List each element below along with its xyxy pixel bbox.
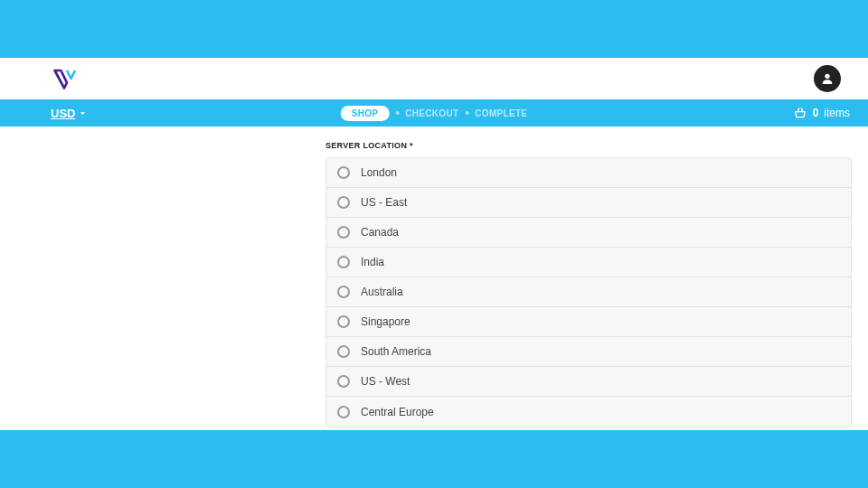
section-title: SERVER LOCATION * xyxy=(326,141,852,150)
step-shop[interactable]: SHOP xyxy=(341,106,390,121)
basket-icon xyxy=(793,106,807,120)
radio-icon xyxy=(337,375,350,388)
location-label: South America xyxy=(361,345,431,358)
chevron-down-icon xyxy=(78,108,88,118)
brand-logo[interactable] xyxy=(51,65,78,92)
radio-icon xyxy=(337,406,350,418)
location-option-us-east[interactable]: US - East xyxy=(326,188,851,218)
location-option-london[interactable]: London xyxy=(326,158,851,188)
location-option-canada[interactable]: Canada xyxy=(326,218,851,248)
location-label: Australia xyxy=(361,286,403,298)
cart-count: 0 xyxy=(813,107,819,119)
header xyxy=(0,58,868,99)
user-icon xyxy=(820,71,835,86)
radio-icon xyxy=(337,196,350,209)
radio-icon xyxy=(337,166,350,179)
radio-icon xyxy=(337,226,350,239)
location-label: US - West xyxy=(361,375,410,388)
top-banner xyxy=(0,0,868,58)
radio-icon xyxy=(337,256,350,268)
checkout-steps: SHOP CHECKOUT COMPLETE xyxy=(341,106,528,121)
location-option-singapore[interactable]: Singapore xyxy=(326,307,851,337)
step-divider xyxy=(395,111,399,115)
radio-icon xyxy=(337,345,350,358)
location-option-south-america[interactable]: South America xyxy=(326,337,851,367)
location-option-india[interactable]: India xyxy=(326,248,851,277)
radio-icon xyxy=(337,286,350,298)
location-label: US - East xyxy=(361,196,407,209)
location-option-australia[interactable]: Australia xyxy=(326,277,851,307)
step-complete: COMPLETE xyxy=(475,108,527,118)
location-label: Central Europe xyxy=(361,406,434,418)
location-option-us-west[interactable]: US - West xyxy=(326,367,851,397)
step-checkout: CHECKOUT xyxy=(405,108,458,118)
location-label: London xyxy=(361,166,397,179)
svg-point-0 xyxy=(825,74,829,79)
cart-button[interactable]: 0 items xyxy=(793,106,850,120)
server-location-list: London US - East Canada India Australia … xyxy=(326,157,852,427)
radio-icon xyxy=(337,315,350,328)
location-option-central-europe[interactable]: Central Europe xyxy=(326,397,851,427)
content-area: SERVER LOCATION * London US - East Canad… xyxy=(0,127,868,427)
bottom-banner xyxy=(0,430,868,488)
nav-bar: USD SHOP CHECKOUT COMPLETE 0 items xyxy=(0,99,868,127)
location-label: Singapore xyxy=(361,315,410,328)
step-divider xyxy=(465,111,468,115)
currency-selector[interactable]: USD xyxy=(51,107,88,120)
account-button[interactable] xyxy=(814,65,841,92)
location-label: India xyxy=(361,256,384,268)
location-label: Canada xyxy=(361,226,399,239)
cart-label: items xyxy=(824,107,850,119)
currency-code: USD xyxy=(51,107,75,120)
